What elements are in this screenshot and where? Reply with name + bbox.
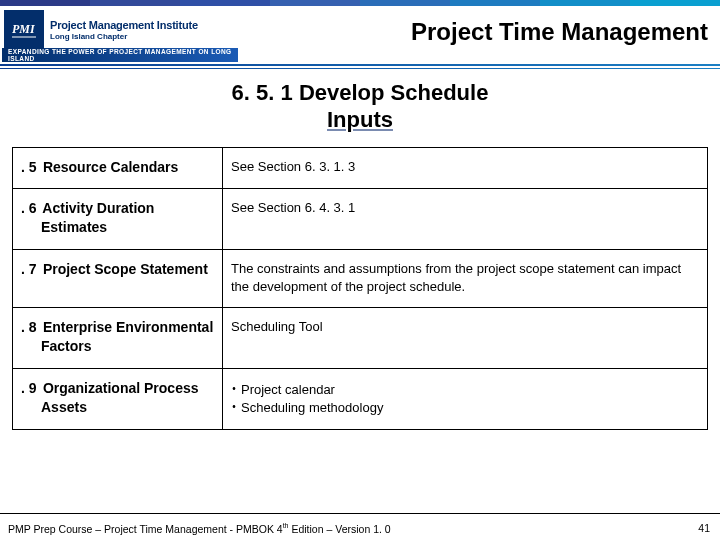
- table-row: . 5 Resource CalendarsSee Section 6. 3. …: [13, 147, 708, 189]
- table-row: . 9 Organizational ProcessAssets•Project…: [13, 369, 708, 430]
- footer-pre: PMP Prep Course – Project Time Managemen…: [8, 522, 283, 534]
- pmi-logo-icon: PMI: [4, 10, 44, 50]
- page-title: Project Time Management: [236, 12, 714, 46]
- header: PMI Project Management Institute Long Is…: [0, 6, 720, 50]
- logo-block: PMI Project Management Institute Long Is…: [0, 8, 236, 50]
- inputs-table: . 5 Resource CalendarsSee Section 6. 3. …: [12, 147, 708, 430]
- row-desc: •Project calendar•Scheduling methodology: [223, 369, 708, 430]
- row-label: . 7 Project Scope Statement: [13, 250, 223, 308]
- row-label: . 9 Organizational ProcessAssets: [13, 369, 223, 430]
- table-row: . 8 Enterprise EnvironmentalFactorsSched…: [13, 308, 708, 369]
- logo-text: Project Management Institute Long Island…: [50, 19, 198, 41]
- footer-post: Edition – Version 1. 0: [289, 522, 391, 534]
- top-color-strip: [0, 0, 720, 6]
- row-desc: See Section 6. 4. 3. 1: [223, 189, 708, 250]
- logo-line1: Project Management Institute: [50, 19, 198, 32]
- row-desc: The constraints and assumptions from the…: [223, 250, 708, 308]
- row-desc: See Section 6. 3. 1. 3: [223, 147, 708, 189]
- table-row: . 7 Project Scope StatementThe constrain…: [13, 250, 708, 308]
- footer-rule: [0, 513, 720, 514]
- footer-text: PMP Prep Course – Project Time Managemen…: [8, 522, 391, 535]
- row-label: . 8 Enterprise EnvironmentalFactors: [13, 308, 223, 369]
- row-label: . 6 Activity DurationEstimates: [13, 189, 223, 250]
- page-number: 41: [698, 522, 710, 534]
- section-subtitle: Inputs: [0, 107, 720, 133]
- tagline-bar: EXPANDING THE POWER OF PROJECT MANAGEMEN…: [2, 48, 238, 62]
- logo-line2: Long Island Chapter: [50, 32, 198, 41]
- section-title: 6. 5. 1 Develop Schedule: [0, 79, 720, 107]
- table-row: . 6 Activity DurationEstimatesSee Sectio…: [13, 189, 708, 250]
- svg-text:PMI: PMI: [12, 22, 36, 36]
- slide: PMI Project Management Institute Long Is…: [0, 0, 720, 540]
- row-desc: Scheduling Tool: [223, 308, 708, 369]
- row-label: . 5 Resource Calendars: [13, 147, 223, 189]
- header-rules: [0, 64, 720, 69]
